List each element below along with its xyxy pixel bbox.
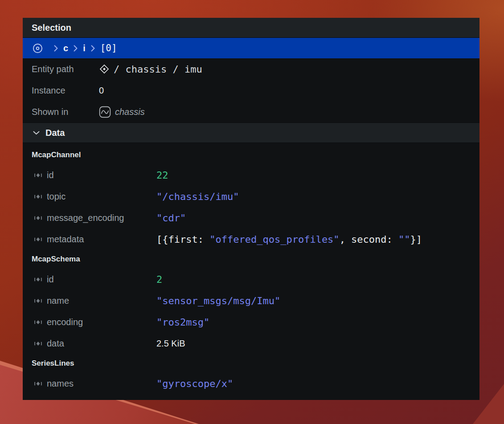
instance-value: 0 [99, 86, 104, 96]
shown-in-row: Shown in chassis [23, 101, 479, 122]
breadcrumb-item-instance[interactable]: [0] [100, 43, 117, 53]
component-icon [34, 276, 42, 283]
timeseries-view-icon [99, 106, 111, 118]
instance-label: Instance [32, 86, 66, 96]
data-section-header[interactable]: Data [23, 122, 479, 143]
entity-path-label: Entity path [32, 64, 74, 74]
component-icon [34, 319, 42, 326]
panel-title: Selection [32, 23, 71, 33]
component-row-schema-encoding[interactable]: encoding "ros2msg" [23, 311, 479, 333]
component-label: id [47, 274, 54, 285]
selection-panel-titlebar: Selection [23, 18, 479, 38]
entity-path-row: Entity path / chassis / imu [23, 58, 479, 80]
component-icon [34, 298, 42, 304]
component-value: 2 [156, 274, 162, 285]
chevron-right-icon [91, 45, 95, 52]
chevron-right-icon [54, 45, 58, 52]
component-row-schema-data[interactable]: data 2.5 KiB [23, 333, 479, 354]
component-row-topic[interactable]: topic "/chassis/imu" [23, 186, 479, 207]
component-row-message-encoding[interactable]: message_encoding "cdr" [23, 207, 479, 228]
component-value: [{first: "offered_qos_profiles", second:… [156, 234, 422, 245]
entity-diamond-icon [99, 64, 110, 74]
component-value: "gyroscope/x" [156, 378, 233, 389]
component-label: encoding [47, 317, 83, 327]
component-row-metadata[interactable]: metadata [{first: "offered_qos_profiles"… [23, 228, 479, 250]
instance-row: Instance 0 [23, 80, 479, 101]
breadcrumb-item-i[interactable]: i [83, 43, 86, 53]
component-row-names[interactable]: names "gyroscope/x" [23, 373, 479, 394]
group-title-mcapchannel: McapChannel [23, 146, 479, 164]
component-value: "ros2msg" [156, 317, 209, 328]
component-label: names [47, 379, 74, 389]
component-label: name [47, 296, 69, 306]
selection-panel: Selection c i [0] Ent [23, 18, 479, 400]
group-title-mcapschema: McapSchema [23, 250, 479, 269]
component-icon [34, 172, 42, 179]
data-content: McapChannel id 22 topic "/chassis/imu" [23, 143, 479, 400]
component-label: message_encoding [47, 213, 124, 223]
component-icon [34, 380, 42, 387]
component-value: "/chassis/imu" [156, 191, 239, 202]
shown-in-view-link[interactable]: chassis [115, 107, 145, 117]
component-row-schema-id[interactable]: id 2 [23, 269, 479, 290]
component-row-schema-name[interactable]: name "sensor_msgs/msg/Imu" [23, 290, 479, 311]
component-icon [34, 340, 42, 347]
chevron-right-icon [74, 45, 78, 52]
component-value: "sensor_msgs/msg/Imu" [156, 295, 280, 306]
data-section-title: Data [45, 128, 65, 138]
desktop-screen: Selection c i [0] Ent [0, 0, 504, 424]
component-value: "cdr" [156, 212, 186, 224]
component-label: metadata [47, 234, 84, 245]
component-icon [34, 193, 42, 200]
group-title-serieslines: SeriesLines [23, 354, 479, 373]
breadcrumb: c i [0] [23, 38, 479, 58]
breadcrumb-item-c[interactable]: c [63, 43, 68, 53]
component-value: 22 [156, 170, 168, 181]
component-icon [34, 236, 42, 243]
component-label: id [47, 170, 54, 180]
shown-in-label: Shown in [32, 107, 68, 117]
component-label: data [47, 338, 64, 349]
component-row-id[interactable]: id 22 [23, 164, 479, 186]
component-icon [34, 215, 42, 221]
chevron-down-icon [33, 131, 40, 135]
origin-target-icon[interactable] [32, 43, 43, 54]
component-label: topic [47, 192, 66, 202]
entity-path-value[interactable]: / chassis / imu [114, 64, 202, 75]
component-value: 2.5 KiB [156, 338, 185, 349]
